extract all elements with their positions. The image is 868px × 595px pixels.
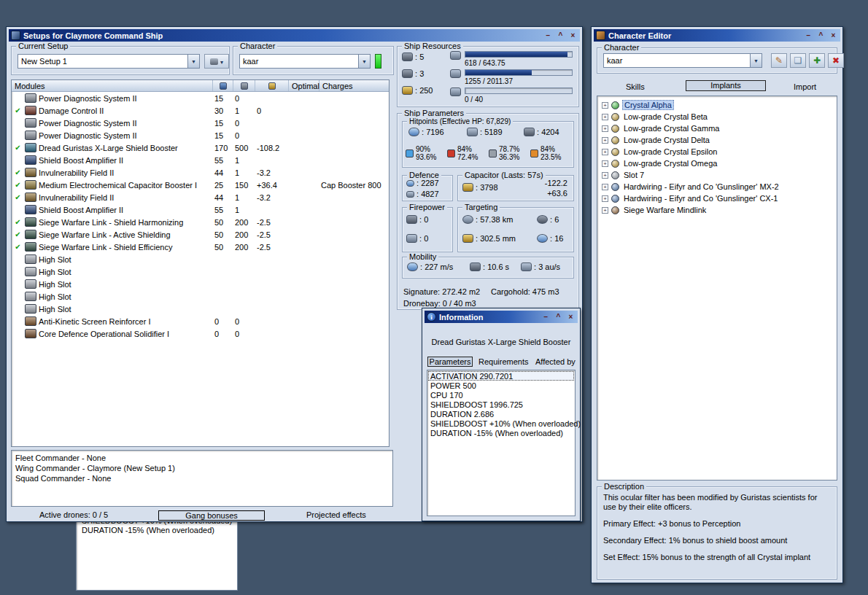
expand-icon[interactable] [602,125,608,132]
chevron-down-icon[interactable] [750,54,762,67]
character-editor-titlebar[interactable]: Character Editor [594,29,840,42]
active-check-icon [13,193,23,201]
current-setup-label: Current Setup [16,42,70,51]
module-cap-use: -3.2 [255,193,289,202]
expand-icon[interactable] [602,102,608,109]
parameter-line[interactable]: SHIELDBOOST 1996.725 [428,400,574,409]
information-titlebar[interactable]: Information [425,311,578,323]
module-row[interactable]: High Slot [12,290,389,303]
max-velocity-value: 227 m/s [420,262,453,271]
expand-icon[interactable] [602,149,608,155]
capacitor-amount-value: 3798 [476,183,498,192]
parameter-line[interactable]: DURATION 2.686 [428,409,574,419]
clone-character-button[interactable]: ❏ [790,53,806,68]
module-row[interactable]: Core Defence Operational Solidifier I 0 … [12,327,389,340]
charges-column-header[interactable]: Charges [319,80,389,91]
parameter-line[interactable]: SHIELDBOOST +10% (When overloaded) [428,419,574,428]
module-row[interactable]: Anti-Kinetic Screen Reinforcer I 0 0 [12,315,389,327]
module-row[interactable]: Invulnerability Field II 44 1 -3.2 [12,191,389,203]
module-row[interactable]: High Slot [12,303,389,315]
parameter-line[interactable]: DURATION -15% (When overloaded) [80,525,234,534]
module-row[interactable]: Power Diagnostic System II 15 0 [12,92,389,104]
rollup-icon[interactable] [554,313,563,322]
close-icon[interactable] [829,31,838,40]
implant-row[interactable]: Low-grade Crystal Gamma [597,122,837,134]
module-row[interactable]: Siege Warfare Link - Shield Harmonizing … [12,216,389,228]
module-row[interactable]: Siege Warfare Link - Shield Efficiency 5… [12,241,389,253]
implant-row[interactable]: Hardwiring - Eifyr and Co 'Gunslinger' C… [597,192,837,204]
optimal-column-header[interactable]: Optimal [289,80,319,91]
close-icon[interactable] [566,313,576,322]
module-row[interactable]: Shield Boost Amplifier II 55 1 [12,203,389,216]
rollup-icon[interactable] [556,31,565,40]
turret-hardpoints-icon [402,52,413,61]
module-row[interactable]: High Slot [12,265,389,278]
module-row[interactable]: High Slot [12,278,389,290]
gang-bonuses-button[interactable]: Gang bonuses [158,510,265,521]
implant-row[interactable]: Hardwiring - Eifyr and Co 'Gunslinger' M… [597,181,837,192]
chevron-down-icon[interactable] [358,55,370,68]
current-setup-group: Current Setup New Setup 1 [11,46,230,75]
expand-icon[interactable] [602,114,608,120]
resist-cell: 78.7% 36.3% [489,145,530,161]
setup-menu-button[interactable] [204,54,229,69]
implant-icon [611,160,619,168]
module-row[interactable]: Power Diagnostic System II 15 0 [12,129,389,141]
minimize-icon[interactable] [804,31,813,40]
module-row[interactable]: Invulnerability Field II 44 1 -3.2 [12,166,389,179]
minimize-icon[interactable] [541,313,551,322]
implant-row[interactable]: Siege Warfare Mindlink [597,204,837,216]
warp-speed-value: 3 au/s [534,262,560,271]
module-row[interactable]: Siege Warfare Link - Active Shielding 50… [12,228,389,241]
character-select[interactable]: kaar [603,53,762,68]
module-row[interactable]: Dread Guristas X-Large Shield Booster 17… [12,141,389,154]
module-row[interactable]: Shield Boost Amplifier II 55 1 [12,154,389,166]
parameter-line[interactable]: DURATION -15% (When overloaded) [428,428,574,438]
tab-requirements[interactable]: Requirements [478,357,528,366]
setups-titlebar[interactable]: Setups for Claymore Command Ship [9,29,580,42]
tab-import[interactable]: Import [794,82,816,91]
expand-icon[interactable] [602,207,608,214]
implant-row[interactable]: Low-grade Crystal Omega [597,158,837,169]
parameter-line[interactable]: ACTIVATION 290.7201 [428,371,574,381]
expand-icon[interactable] [602,160,608,167]
implant-row[interactable]: Low-grade Crystal Delta [597,134,837,146]
module-row[interactable]: High Slot [12,253,389,265]
module-row[interactable]: Power Diagnostic System II 15 0 [12,117,389,129]
delete-character-button[interactable]: ✖ [828,53,844,68]
tab-implants[interactable]: Implants [686,80,766,91]
current-setup-select[interactable]: New Setup 1 [18,54,200,69]
parameter-line[interactable]: CPU 170 [428,390,574,400]
implant-row[interactable]: Crystal Alpha [597,99,837,111]
parameter-line[interactable]: POWER 500 [428,381,574,390]
minimize-icon[interactable] [543,31,553,40]
chevron-down-icon[interactable] [187,55,199,68]
powergrid-column-header[interactable] [233,80,255,91]
expand-icon[interactable] [602,137,608,144]
expand-icon[interactable] [602,184,608,190]
turret-dps-value: 0 [419,215,428,224]
expand-icon[interactable] [602,172,608,179]
module-icon [25,131,36,140]
modules-column-header[interactable]: Modules [12,80,213,91]
module-powergrid: 1 [233,156,255,165]
new-character-button[interactable]: ✎ [771,53,787,68]
projected-effects-label[interactable]: Projected effects [306,510,366,519]
cpu-column-header[interactable] [213,80,233,91]
close-icon[interactable] [568,31,578,40]
launcher-hardpoints-icon [402,69,413,78]
implant-row[interactable]: Low-grade Crystal Beta [597,111,837,122]
character-select[interactable]: kaar [239,54,371,69]
rollup-icon[interactable] [816,31,826,40]
module-row[interactable]: Damage Control II 30 1 0 [12,104,389,117]
tab-parameters[interactable]: Parameters [427,357,473,367]
capacitor-column-header[interactable] [255,80,289,91]
tab-skills[interactable]: Skills [626,82,645,91]
implant-row[interactable]: Slot 7 [597,169,837,181]
tab-affected-by[interactable]: Affected by [535,357,576,366]
turret-hardpoints-value: 5 [415,52,424,61]
module-row[interactable]: Medium Electrochemical Capacitor Booster… [12,179,389,191]
import-character-button[interactable]: ✚ [809,53,825,68]
expand-icon[interactable] [602,195,608,202]
implant-row[interactable]: Low-grade Crystal Epsilon [597,146,837,158]
